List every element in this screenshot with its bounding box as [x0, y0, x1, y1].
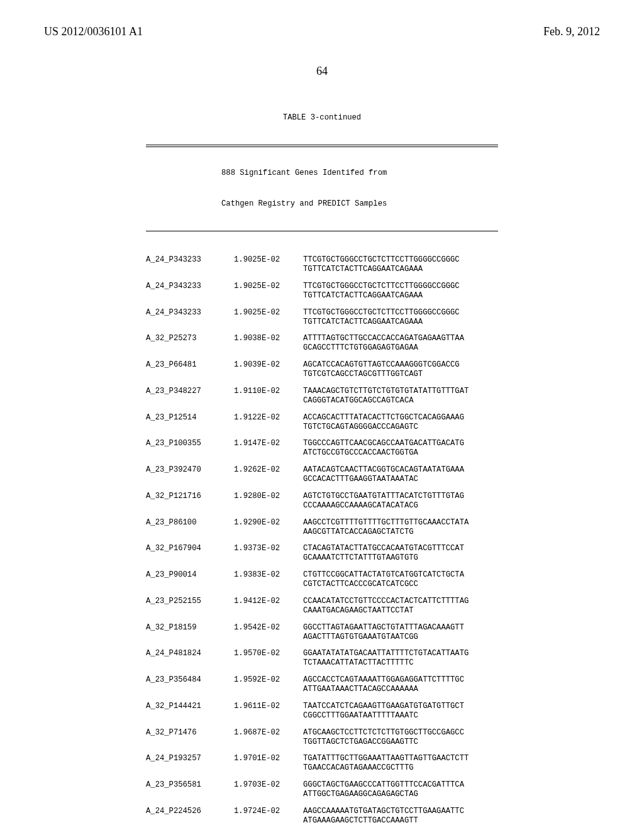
table-row: A_24_P3432331.9025E-02TTCGTGCTGGGCCTGCTC… — [146, 255, 498, 274]
table-row: A_24_P3432331.9025E-02TTCGTGCTGGGCCTGCTC… — [146, 282, 498, 301]
sequence-line: TTCGTGCTGGGCCTGCTCTTCCTTGGGGCCGGGC — [303, 282, 498, 291]
sequence-line: CGTCTACTTCACCCGCATCATCGCC — [303, 580, 498, 589]
p-value: 1.9025E-02 — [234, 282, 303, 301]
probe-id: A_23_P348227 — [146, 387, 234, 406]
table-row: A_23_P900141.9383E-02CTGTTCCGGCATTACTATG… — [146, 570, 498, 589]
sequence-line: AGACTTTAGTGTGAAATGTAATCGG — [303, 633, 498, 642]
sequence-line: AATACAGTCAACTTACGGTGCACAGTAATATGAAA — [303, 465, 498, 475]
sequence-line: TAAACAGCTGTCTTGTCTGTGTGTATATTGTTTGAT — [303, 387, 498, 396]
probe-id: A_23_P12514 — [146, 413, 234, 432]
sequence-line: AGCATCCACAGTGTTAGTCCAAAGGGTCGGACCG — [303, 360, 498, 370]
sequence: AATACAGTCAACTTACGGTGCACAGTAATATGAAAGCCAC… — [303, 465, 498, 484]
page-number: 64 — [44, 65, 600, 78]
sequence: AAGCCAAAAATGTGATAGCTGTCCTTGAAGAATTCATGAA… — [303, 807, 498, 826]
table-row: A_23_P1003551.9147E-02TGGCCCAGTTCAACGCAG… — [146, 439, 498, 458]
sequence-line: GCAAAATCTTCTATTTGTAAGTGTG — [303, 553, 498, 563]
sequence-line: TAATCCATCTCAGAAGTTGAAGATGTGATGTTGCT — [303, 702, 498, 711]
table-row: A_32_P252731.9038E-02ATTTTAGTGCTTGCCACCA… — [146, 334, 498, 353]
sequence: TAATCCATCTCAGAAGTTGAAGATGTGATGTTGCTCGGCC… — [303, 702, 498, 721]
p-value: 1.9039E-02 — [234, 360, 303, 379]
p-value: 1.9701E-02 — [234, 754, 303, 773]
table-row: A_24_P2245261.9724E-02AAGCCAAAAATGTGATAG… — [146, 807, 498, 826]
sequence-line: TTCGTGCTGGGCCTGCTCTTCCTTGGGGCCGGGC — [303, 255, 498, 265]
sequence-line: ATTGGCTGAGAAGGCAGAGAGCTAG — [303, 790, 498, 799]
sequence-line: TGGTTAGCTCTGAGACCGGAAGTTC — [303, 738, 498, 747]
sequence-line: ATGCAAGCTCCTTCTCTCTTGTGGCTTGCCGAGCC — [303, 728, 498, 738]
sequence-line: GGCCTTAGTAGAATTAGCTGTATTTAGACAAAGTT — [303, 623, 498, 633]
p-value: 1.9122E-02 — [234, 413, 303, 432]
sequence-line: TGATATTTGCTTGGAAATTAAGTTAGTTGAACTCTT — [303, 754, 498, 763]
sequence-line: TGTCTGCAGTAGGGGACCCAGAGTC — [303, 423, 498, 432]
table-row: A_23_P3565811.9703E-02GGGCTAGCTGAAGCCCAT… — [146, 780, 498, 799]
probe-id: A_32_P71476 — [146, 728, 234, 747]
sequence: AGCATCCACAGTGTTAGTCCAAAGGGTCGGACCGTGTCGT… — [303, 360, 498, 379]
sequence-line: CGGCCTTTGGAATAATTTTTAAATC — [303, 711, 498, 721]
sequence-line: AGTCTGTGCCTGAATGTATTTACATCTGTTTGTAG — [303, 492, 498, 501]
table-row: A_23_P3924701.9262E-02AATACAGTCAACTTACGG… — [146, 465, 498, 484]
p-value: 1.9373E-02 — [234, 544, 303, 563]
sequence: AAGCCTCGTTTTGTTTTGCTTTGTTGCAAACCTATAAAGC… — [303, 518, 498, 537]
header: US 2012/0036101 A1 Feb. 9, 2012 — [44, 25, 600, 38]
sequence: ACCAGCACTTTATACACTTCTGGCTCACAGGAAAGTGTCT… — [303, 413, 498, 432]
sequence-line: TGTCGTCAGCCTAGCGTTTGGTCAGT — [303, 370, 498, 379]
table-row: A_24_P4818241.9570E-02GGAATATATATGACAATT… — [146, 649, 498, 668]
table-row: A_32_P1444211.9611E-02TAATCCATCTCAGAAGTT… — [146, 702, 498, 721]
sequence-line: ATTTTAGTGCTTGCCACCACCAGATGAGAAGTTAA — [303, 334, 498, 343]
p-value: 1.9687E-02 — [234, 728, 303, 747]
sequence-line: CAAATGACAGAAGCTAATTCCTAT — [303, 606, 498, 616]
probe-id: A_24_P343233 — [146, 308, 234, 327]
sequence-line: TGTTCATCTACTTCAGGAATCAGAAA — [303, 318, 498, 327]
p-value: 1.9038E-02 — [234, 334, 303, 353]
sequence-line: TGTTCATCTACTTCAGGAATCAGAAA — [303, 291, 498, 301]
p-value: 1.9383E-02 — [234, 570, 303, 589]
p-value: 1.9147E-02 — [234, 439, 303, 458]
sequence-line: CAGGGTACATGGCAGCCAGTCACA — [303, 396, 498, 406]
probe-id: A_23_P100355 — [146, 439, 234, 458]
page: US 2012/0036101 A1 Feb. 9, 2012 64 TABLE… — [0, 0, 644, 830]
probe-id: A_24_P343233 — [146, 282, 234, 301]
sequence: CCAACATATCCTGTTCCCCACTACTCATTCTTTTAGCAAA… — [303, 597, 498, 616]
sequence-line: AAGCGTTATCACCAGAGCTATCTG — [303, 528, 498, 537]
sequence-line: TGGCCCAGTTCAACGCAGCCAATGACATTGACATG — [303, 439, 498, 448]
table-row: A_23_P2521551.9412E-02CCAACATATCCTGTTCCC… — [146, 597, 498, 616]
probe-id: A_23_P392470 — [146, 465, 234, 484]
probe-id: A_32_P121716 — [146, 492, 234, 511]
table-row: A_23_P3482271.9110E-02TAAACAGCTGTCTTGTCT… — [146, 387, 498, 406]
sequence-line: TTCGTGCTGGGCCTGCTCTTCCTTGGGGCCGGGC — [303, 308, 498, 318]
probe-id: A_24_P193257 — [146, 754, 234, 773]
p-value: 1.9110E-02 — [234, 387, 303, 406]
sequence: TTCGTGCTGGGCCTGCTCTTCCTTGGGGCCGGGCTGTTCA… — [303, 282, 498, 301]
sequence-line: ATCTGCCGTGCCCACCAACTGGTGA — [303, 448, 498, 458]
table-row: A_24_P1932571.9701E-02TGATATTTGCTTGGAAAT… — [146, 754, 498, 773]
probe-id: A_32_P18159 — [146, 623, 234, 642]
sequence: CTGTTCCGGCATTACTATGTCATGGTCATCTGCTACGTCT… — [303, 570, 498, 589]
sequence: AGTCTGTGCCTGAATGTATTTACATCTGTTTGTAGCCCAA… — [303, 492, 498, 511]
sequence: TGGCCCAGTTCAACGCAGCCAATGACATTGACATGATCTG… — [303, 439, 498, 458]
table-title: TABLE 3-continued — [146, 113, 498, 123]
sequence-line: ATGAAAGAAGCTCTTGACCAAAGTT — [303, 816, 498, 826]
p-value: 1.9542E-02 — [234, 623, 303, 642]
sequence-line: TCTAAACATTATACTTACTTTTTC — [303, 658, 498, 668]
sequence-line: GGAATATATATGACAATTATTTTCTGTACATTAATG — [303, 649, 498, 658]
sequence: AGCCACCTCAGTAAAATTGGAGAGGATTCTTTTGCATTGA… — [303, 675, 498, 694]
sequence-line: TGTTCATCTACTTCAGGAATCAGAAA — [303, 265, 498, 274]
probe-id: A_32_P144421 — [146, 702, 234, 721]
table-wrap: TABLE 3-continued 888 Significant Genes … — [44, 94, 600, 830]
table-subtitle-line2: Cathgen Registry and PREDICT Samples — [146, 199, 498, 209]
probe-id: A_23_P86100 — [146, 518, 234, 537]
table-subtitle-line1: 888 Significant Genes Identifed from — [146, 169, 498, 178]
table-row: A_23_P861001.9290E-02AAGCCTCGTTTTGTTTTGC… — [146, 518, 498, 537]
table-row: A_32_P714761.9687E-02ATGCAAGCTCCTTCTCTCT… — [146, 728, 498, 747]
p-value: 1.9570E-02 — [234, 649, 303, 668]
sequence-line: AGCCACCTCAGTAAAATTGGAGAGGATTCTTTTGC — [303, 675, 498, 685]
p-value: 1.9290E-02 — [234, 518, 303, 537]
sequence-line: GCCACACTTTGAAGGTAATAAATAC — [303, 475, 498, 484]
probe-id: A_23_P252155 — [146, 597, 234, 616]
probe-id: A_24_P343233 — [146, 255, 234, 274]
p-value: 1.9592E-02 — [234, 675, 303, 694]
probe-id: A_32_P25273 — [146, 334, 234, 353]
p-value: 1.9724E-02 — [234, 807, 303, 826]
sequence-line: CTGTTCCGGCATTACTATGTCATGGTCATCTGCTA — [303, 570, 498, 580]
sequence-line: CTACAGTATACTTATGCCACAATGTACGTTTCCAT — [303, 544, 498, 553]
probe-id: A_23_P66481 — [146, 360, 234, 379]
